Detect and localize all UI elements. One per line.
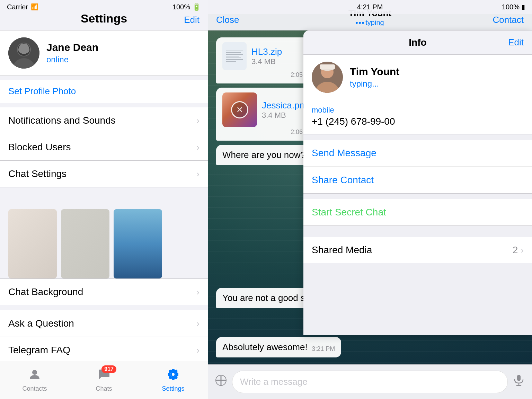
separator bbox=[303, 134, 532, 140]
message-awesome: Absolutely awesome! 3:21 PM bbox=[216, 337, 341, 357]
shared-media-row[interactable]: Shared Media 2 › bbox=[303, 237, 532, 263]
background-thumbnails bbox=[0, 209, 208, 278]
avatar bbox=[8, 37, 39, 69]
chevron-right-icon: › bbox=[196, 142, 200, 153]
close-button[interactable]: Close bbox=[216, 15, 239, 25]
contact-button[interactable]: Contact bbox=[493, 15, 524, 25]
settings-list: Notifications and Sounds › Blocked Users… bbox=[0, 107, 208, 187]
chevron-right-icon: › bbox=[196, 287, 200, 298]
faq-label: Telegram FAQ bbox=[8, 345, 70, 356]
settings-panel: Settings Edit Jane Dean online Set Profi… bbox=[0, 0, 208, 399]
settings-edit-button[interactable]: Edit bbox=[184, 15, 200, 25]
profile-info: Jane Dean online bbox=[46, 42, 200, 64]
bg-thumbnail-1[interactable] bbox=[8, 209, 57, 278]
info-contact-block: Tim Yount typing... bbox=[303, 55, 532, 100]
contacts-tab-label: Contacts bbox=[22, 385, 47, 392]
shared-media-count-area: 2 › bbox=[513, 245, 524, 256]
carrier-label: Carrier bbox=[7, 3, 28, 11]
shared-media-count: 2 bbox=[513, 245, 518, 256]
info-name-block: Tim Yount typing... bbox=[350, 66, 524, 89]
help-item-ask[interactable]: Ask a Question › bbox=[0, 310, 208, 337]
separator-2 bbox=[303, 194, 532, 199]
contacts-icon bbox=[28, 368, 41, 384]
message-placeholder: Write a message bbox=[240, 376, 308, 387]
typing-dots bbox=[356, 22, 364, 24]
info-edit-button[interactable]: Edit bbox=[508, 37, 524, 48]
chevron-right-icon: › bbox=[196, 345, 200, 356]
info-actions: Send Message Share Contact bbox=[303, 140, 532, 194]
chat-background-section: Chat Background › bbox=[0, 204, 208, 305]
settings-item-chat[interactable]: Chat Settings › bbox=[0, 161, 208, 187]
chevron-right-icon: › bbox=[196, 169, 200, 179]
profile-name: Jane Dean bbox=[46, 42, 200, 53]
image-thumbnail: ✕ bbox=[222, 92, 257, 127]
secret-chat-section: Start Secret Chat bbox=[303, 199, 532, 226]
help-item-faq[interactable]: Telegram FAQ › bbox=[0, 337, 208, 364]
profile-status: online bbox=[46, 55, 200, 64]
file-icon bbox=[222, 42, 247, 70]
tab-contacts[interactable]: Contacts bbox=[0, 361, 69, 399]
message-time: 2:05 PM bbox=[222, 71, 314, 79]
info-nav-bar: Info Edit bbox=[303, 30, 532, 55]
attach-button[interactable] bbox=[215, 374, 227, 390]
settings-item-blocked[interactable]: Blocked Users › bbox=[0, 134, 208, 161]
tab-chats[interactable]: 917 Chats bbox=[69, 361, 139, 399]
message-time: 2:06 PM bbox=[222, 128, 314, 136]
share-contact-label: Share Contact bbox=[312, 175, 374, 185]
svg-rect-6 bbox=[517, 375, 521, 381]
phone-number: +1 (245) 678-99-00 bbox=[312, 116, 524, 127]
contact-avatar bbox=[312, 62, 343, 93]
share-contact-action[interactable]: Share Contact bbox=[303, 167, 532, 193]
avatar-image bbox=[8, 37, 39, 69]
settings-tab-label: Settings bbox=[162, 385, 184, 392]
mic-button[interactable] bbox=[513, 374, 525, 390]
contact-name: Tim Yount bbox=[350, 66, 524, 78]
center-time: 4:21 PM bbox=[357, 3, 383, 11]
contact-status: typing... bbox=[350, 79, 524, 89]
info-panel: Info Edit Tim Yount typ bbox=[303, 30, 532, 335]
wifi-icon: 📶 bbox=[31, 3, 38, 11]
set-profile-photo-row[interactable]: Set Profile Photo bbox=[0, 80, 208, 103]
battery-pct: 100% bbox=[502, 3, 520, 11]
chevron-right-icon: › bbox=[521, 245, 524, 256]
settings-item-notifications[interactable]: Notifications and Sounds › bbox=[0, 107, 208, 134]
blocked-label: Blocked Users bbox=[8, 142, 71, 153]
tab-bar: Contacts 917 Chats Settings bbox=[0, 361, 208, 399]
chevron-right-icon: › bbox=[196, 318, 200, 329]
bg-thumbnail-3[interactable] bbox=[114, 209, 162, 278]
profile-section[interactable]: Jane Dean online bbox=[0, 30, 208, 76]
message-input-bar: Write a message bbox=[208, 364, 532, 399]
separator-3 bbox=[303, 226, 532, 231]
phone-label: mobile bbox=[312, 106, 524, 115]
start-secret-chat-label: Start Secret Chat bbox=[312, 207, 386, 218]
message-input[interactable]: Write a message bbox=[232, 371, 508, 393]
chat-background-label: Chat Background bbox=[8, 286, 83, 298]
typing-label: typing bbox=[365, 19, 384, 27]
info-phone-block: mobile +1 (245) 678-99-00 bbox=[303, 100, 532, 134]
battery-label: 100% bbox=[172, 3, 190, 11]
battery-icon: 🔋 bbox=[192, 3, 201, 11]
svg-point-4 bbox=[32, 370, 37, 375]
message-text: Where are you now? bbox=[222, 150, 305, 160]
chat-background-item[interactable]: Chat Background › bbox=[0, 278, 208, 305]
shared-media-label: Shared Media bbox=[312, 245, 372, 256]
bg-thumbnail-2[interactable] bbox=[61, 209, 109, 278]
info-title: Info bbox=[409, 37, 426, 48]
set-profile-photo-label[interactable]: Set Profile Photo bbox=[8, 86, 76, 96]
svg-rect-13 bbox=[320, 64, 335, 69]
chevron-right-icon: › bbox=[196, 115, 200, 126]
chat-settings-label: Chat Settings bbox=[8, 168, 66, 179]
send-message-label: Send Message bbox=[312, 148, 376, 158]
help-section: Ask a Question › Telegram FAQ › bbox=[0, 305, 208, 364]
chats-badge: 917 bbox=[101, 365, 116, 373]
send-message-action[interactable]: Send Message bbox=[303, 140, 532, 167]
message-text: Absolutely awesome! bbox=[222, 342, 308, 352]
start-secret-chat-action[interactable]: Start Secret Chat bbox=[303, 199, 532, 225]
cancel-upload-button[interactable]: ✕ bbox=[231, 101, 248, 118]
message-time: 3:21 PM bbox=[312, 345, 335, 352]
tab-settings[interactable]: Settings bbox=[139, 361, 208, 399]
ask-question-label: Ask a Question bbox=[8, 318, 74, 329]
chats-tab-label: Chats bbox=[96, 385, 112, 392]
notifications-label: Notifications and Sounds bbox=[8, 115, 116, 126]
chat-status: typing bbox=[348, 19, 391, 27]
